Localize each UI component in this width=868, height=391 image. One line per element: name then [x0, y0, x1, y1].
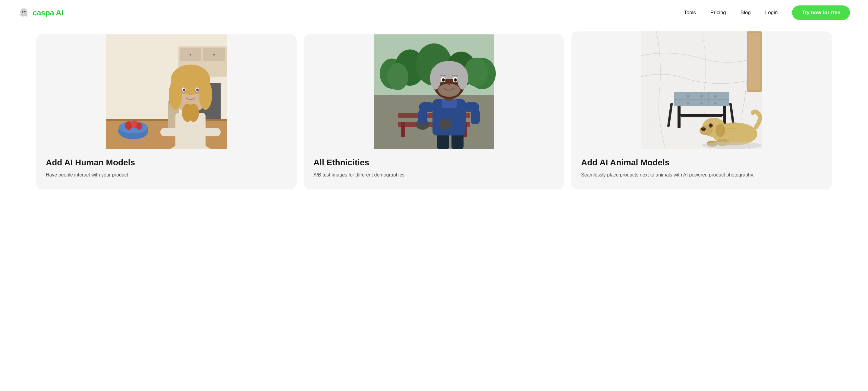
nav-blog[interactable]: Blog: [741, 10, 751, 16]
svg-point-112: [710, 124, 712, 127]
svg-point-4: [23, 11, 23, 12]
svg-point-113: [711, 124, 712, 125]
card-animal-models-body: Add AI Animal Models Seamlessly place pr…: [571, 149, 832, 190]
svg-point-79: [457, 67, 468, 90]
svg-rect-63: [401, 122, 405, 137]
svg-point-100: [714, 95, 717, 98]
card-human-models-subtitle: Have people interact with your product: [46, 171, 287, 178]
svg-point-102: [700, 102, 703, 105]
svg-point-41: [169, 80, 182, 110]
nav-links: Tools Pricing Blog Login Try now for fre…: [684, 5, 850, 20]
logo-text: caspa AI: [33, 8, 63, 18]
card-animal-models-image: [571, 31, 832, 149]
svg-rect-72: [418, 109, 427, 124]
svg-point-58: [387, 63, 408, 90]
main-content: Add AI Human Models Have people interact…: [0, 25, 868, 207]
svg-point-103: [714, 102, 717, 105]
svg-point-71: [439, 119, 452, 130]
svg-point-3: [24, 11, 26, 13]
card-human-models-body: Add AI Human Models Have people interact…: [36, 149, 297, 190]
svg-point-110: [701, 127, 706, 131]
svg-point-42: [199, 80, 212, 110]
nav-pricing[interactable]: Pricing: [710, 10, 726, 16]
card-animal-models[interactable]: Add AI Animal Models Seamlessly place pr…: [571, 31, 832, 190]
card-ethnicities[interactable]: All Ethnicities A/B test images for diff…: [304, 34, 564, 190]
card-ethnicities-image: [304, 34, 564, 149]
card-human-models[interactable]: Add AI Human Models Have people interact…: [36, 34, 297, 190]
card-ethnicities-title: All Ethnicities: [313, 158, 555, 168]
svg-rect-96: [681, 116, 722, 117]
svg-point-28: [125, 121, 132, 130]
svg-point-78: [430, 67, 441, 90]
svg-point-49: [183, 89, 185, 91]
nav-login[interactable]: Login: [765, 10, 778, 16]
svg-point-99: [700, 95, 703, 98]
try-now-button[interactable]: Try now for free: [792, 5, 850, 20]
svg-point-23: [190, 54, 191, 56]
logo-area[interactable]: caspa AI: [18, 7, 63, 19]
card-animal-models-title: Add AI Animal Models: [581, 158, 822, 168]
svg-point-114: [715, 124, 725, 137]
svg-point-59: [464, 58, 488, 87]
svg-point-101: [687, 102, 689, 105]
svg-rect-73: [471, 109, 480, 124]
card-human-models-image: [36, 34, 297, 149]
svg-point-117: [702, 142, 762, 149]
cards-grid: Add AI Human Models Have people interact…: [36, 34, 832, 190]
svg-point-24: [213, 54, 215, 56]
svg-point-2: [22, 11, 24, 13]
nav-tools[interactable]: Tools: [684, 10, 696, 16]
navbar: caspa AI Tools Pricing Blog Login Try no…: [0, 0, 868, 25]
svg-point-30: [136, 122, 142, 130]
svg-point-50: [196, 89, 198, 91]
card-animal-models-subtitle: Seamlessly place products next to animal…: [581, 171, 822, 178]
card-ethnicities-subtitle: A/B test images for different demographi…: [313, 171, 555, 178]
svg-point-84: [454, 79, 457, 82]
card-human-models-title: Add AI Human Models: [46, 158, 287, 168]
svg-rect-89: [748, 33, 761, 90]
card-ethnicities-body: All Ethnicities A/B test images for diff…: [304, 149, 564, 190]
svg-point-98: [687, 95, 689, 98]
svg-point-83: [442, 79, 445, 82]
svg-point-5: [25, 11, 26, 12]
svg-point-44: [188, 104, 199, 122]
ghost-icon: [18, 7, 30, 19]
